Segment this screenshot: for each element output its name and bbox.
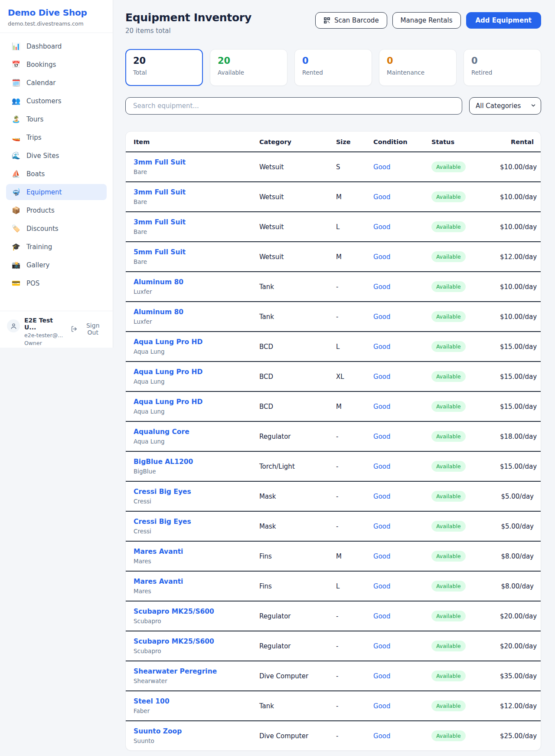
item-name-link[interactable]: Mares Avanti <box>134 578 245 585</box>
status-badge: Available <box>431 461 466 472</box>
sidebar-item-boats[interactable]: ⛵Boats <box>6 166 107 182</box>
condition-cell: Good <box>366 242 424 272</box>
sidebar-item-bookings[interactable]: 📅Bookings <box>6 56 107 72</box>
rental-cell: $5.00/day <box>493 511 541 541</box>
gallery-icon: 📸 <box>11 261 21 269</box>
sidebar-item-tours[interactable]: 🏝️Tours <box>6 111 107 127</box>
sidebar-item-customers[interactable]: 👥Customers <box>6 93 107 109</box>
stat-card-maintenance[interactable]: 0Maintenance <box>379 49 457 86</box>
condition-cell: Good <box>366 391 424 421</box>
item-brand: Aqua Lung <box>134 378 245 385</box>
item-name-link[interactable]: Cressi Big Eyes <box>134 518 245 526</box>
stat-card-total[interactable]: 20Total <box>125 49 203 86</box>
manage-rentals-label: Manage Rentals <box>401 16 453 24</box>
item-name-link[interactable]: 3mm Full Suit <box>134 188 245 196</box>
shop-name[interactable]: Demo Dive Shop <box>8 7 105 18</box>
item-brand: Cressi <box>134 528 245 535</box>
item-name-link[interactable]: Aluminum 80 <box>134 308 245 316</box>
item-name-link[interactable]: 5mm Full Suit <box>134 248 245 256</box>
column-header-status: Status <box>424 131 493 152</box>
item-cell: BigBlue AL1200BigBlue <box>126 451 252 481</box>
size-cell: M <box>329 541 366 571</box>
item-name-link[interactable]: BigBlue AL1200 <box>134 458 245 466</box>
barcode-scan-icon <box>323 17 330 24</box>
sidebar-item-pos[interactable]: 💳POS <box>6 275 107 291</box>
item-name-link[interactable]: Aluminum 80 <box>134 278 245 286</box>
size-cell: - <box>329 481 366 511</box>
category-cell: Dive Computer <box>252 721 329 750</box>
condition-value: Good <box>373 223 391 231</box>
item-name-link[interactable]: 3mm Full Suit <box>134 158 245 166</box>
manage-rentals-button[interactable]: Manage Rentals <box>392 12 461 29</box>
page-header-text: Equipment Inventory 20 items total <box>125 11 251 35</box>
item-name-link[interactable]: Scubapro MK25/S600 <box>134 608 245 615</box>
sidebar-item-calendar[interactable]: 🗓️Calendar <box>6 75 107 91</box>
item-name-link[interactable]: Aqua Lung Pro HD <box>134 398 245 406</box>
item-name-link[interactable]: Suunto Zoop <box>134 727 245 735</box>
sign-out-button[interactable]: Sign Out <box>71 322 106 336</box>
item-cell: Suunto ZoopSuunto <box>126 721 252 750</box>
category-select[interactable]: All Categories <box>469 97 541 115</box>
search-input[interactable] <box>125 97 462 115</box>
rental-cell: $15.00/day <box>493 391 541 421</box>
size-cell: M <box>329 182 366 212</box>
size-cell: L <box>329 332 366 362</box>
table-row: 3mm Full SuitBareWetsuitSGoodAvailable$1… <box>126 152 541 182</box>
products-icon: 📦 <box>11 206 21 214</box>
item-brand: Suunto <box>134 737 245 744</box>
sidebar-item-discounts[interactable]: 🏷️Discounts <box>6 220 107 237</box>
condition-cell: Good <box>366 421 424 451</box>
item-name-link[interactable]: Mares Avanti <box>134 548 245 555</box>
condition-cell: Good <box>366 661 424 691</box>
item-name-link[interactable]: Cressi Big Eyes <box>134 488 245 496</box>
stat-card-available[interactable]: 20Available <box>210 49 287 86</box>
status-cell: Available <box>424 571 493 601</box>
item-name-link[interactable]: Scubapro MK25/S600 <box>134 638 245 645</box>
sidebar-item-training[interactable]: 🎓Training <box>6 239 107 255</box>
sidebar-item-dive-sites[interactable]: 🌊Dive Sites <box>6 148 107 164</box>
category-cell: BCD <box>252 362 329 391</box>
sidebar-item-gallery[interactable]: 📸Gallery <box>6 257 107 273</box>
sidebar-item-equipment[interactable]: 🤿Equipment <box>6 184 107 200</box>
item-brand: Bare <box>134 258 245 265</box>
size-cell: - <box>329 721 366 750</box>
condition-cell: Good <box>366 332 424 362</box>
item-brand: Aqua Lung <box>134 408 245 415</box>
item-name-link[interactable]: Aqua Lung Pro HD <box>134 338 245 346</box>
item-cell: Cressi Big EyesCressi <box>126 481 252 511</box>
items-total-subtitle: 20 items total <box>125 27 251 35</box>
item-name-link[interactable]: Steel 100 <box>134 697 245 705</box>
size-cell: S <box>329 152 366 182</box>
item-cell: Aqua Lung Pro HDAqua Lung <box>126 362 252 391</box>
add-equipment-button[interactable]: Add Equipment <box>466 12 542 29</box>
size-cell: - <box>329 272 366 302</box>
rental-cell: $20.00/day <box>493 601 541 631</box>
status-badge: Available <box>431 251 466 262</box>
item-brand: Aqua Lung <box>134 438 245 445</box>
item-name-link[interactable]: Aqua Lung Pro HD <box>134 368 245 376</box>
status-badge: Available <box>431 221 466 232</box>
size-cell: M <box>329 242 366 272</box>
condition-value: Good <box>373 163 391 171</box>
size-cell: - <box>329 511 366 541</box>
item-cell: Aqua Lung Pro HDAqua Lung <box>126 332 252 362</box>
status-badge: Available <box>431 730 466 741</box>
item-name-link[interactable]: Aqualung Core <box>134 428 245 436</box>
sidebar-item-label: POS <box>26 279 39 287</box>
sidebar-item-products[interactable]: 📦Products <box>6 202 107 218</box>
stat-card-rented[interactable]: 0Rented <box>294 49 372 86</box>
status-cell: Available <box>424 451 493 481</box>
sidebar-item-dashboard[interactable]: 📊Dashboard <box>6 38 107 54</box>
item-name-link[interactable]: Shearwater Peregrine <box>134 667 245 675</box>
category-cell: Tank <box>252 272 329 302</box>
status-badge: Available <box>431 551 466 562</box>
sidebar: Demo Dive Shop demo.test.divestreams.com… <box>0 0 113 348</box>
discounts-icon: 🏷️ <box>11 224 21 233</box>
item-cell: Mares AvantiMares <box>126 571 252 601</box>
item-name-link[interactable]: 3mm Full Suit <box>134 218 245 226</box>
rental-cell: $10.00/day <box>493 272 541 302</box>
scan-barcode-button[interactable]: Scan Barcode <box>315 12 387 29</box>
sidebar-item-trips[interactable]: 🚤Trips <box>6 129 107 145</box>
stat-card-retired[interactable]: 0Retired <box>464 49 541 86</box>
status-cell: Available <box>424 391 493 421</box>
